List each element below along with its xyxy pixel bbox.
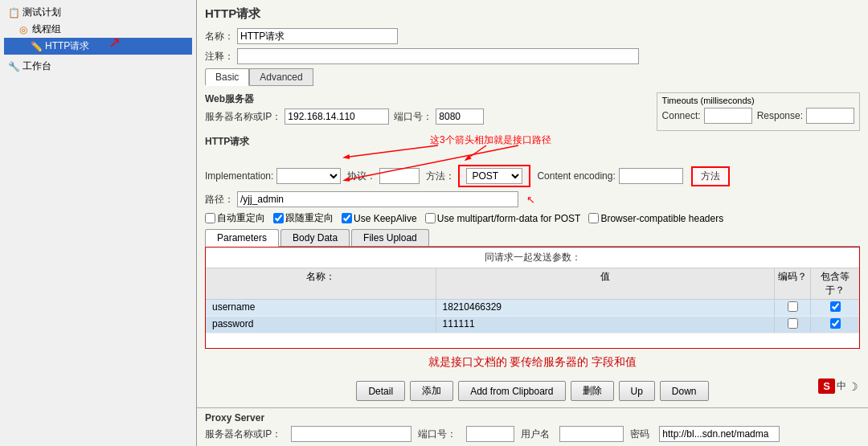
web-server-label: Web服务器 [205,92,650,106]
sidebar-item-thread-group[interactable]: ◎ 线程组 [4,21,192,38]
checkbox-auto-redirect: 自动重定向 [205,211,265,225]
add-clipboard-button[interactable]: Add from Clipboard [458,381,565,401]
up-button[interactable]: Up [619,381,655,401]
proxy-port-label: 端口号： [418,428,457,441]
tab-parameters[interactable]: Parameters [205,229,279,247]
add-button[interactable]: 添加 [410,381,453,401]
tab-files-upload[interactable]: Files Upload [351,229,429,246]
sougou-badge: S 中 ☽ [818,378,858,394]
table-row: username 18210466329 [206,300,859,317]
path-label: 路径： [205,193,234,207]
workbench-icon: 🔧 [7,60,20,73]
method-select[interactable]: POST GET PUT DELETE [466,168,522,184]
sidebar-item-http-request[interactable]: ✏️ HTTP请求 [4,38,192,55]
proxy-server-label: 服务器名称或IP： [205,428,281,441]
path-row: 路径： ↖ [205,191,860,207]
sidebar-item-test-plan[interactable]: 📋 测试计划 [4,4,192,21]
contains-checkbox-2[interactable] [830,318,841,329]
tab-advanced[interactable]: Advanced [249,68,313,86]
browser-headers-checkbox[interactable] [588,213,599,223]
sidebar: 📋 测试计划 ◎ 线程组 ✏️ HTTP请求 🔧 工作台 ↗ [0,0,197,446]
encoding-input[interactable] [619,168,683,184]
name-row: 名称： [205,28,860,44]
main-tabs: Basic Advanced [205,68,860,86]
web-server-area: Web服务器 服务器名称或IP： 端口号： Timeouts (millisec… [205,92,860,131]
checkbox-browser-headers: Browser-compatible headers [588,213,723,224]
sougou-s: S [818,378,835,394]
checkbox-follow-redirect: 跟随重定向 [273,211,334,225]
encode-checkbox-1[interactable] [788,301,798,312]
proxy-username-label: 用户名 [521,428,550,441]
server-row: 服务器名称或IP： 端口号： [205,108,650,125]
params-table: 同请求一起发送参数： 名称： 值 编码？ 包含等于？ username 1821… [205,247,860,349]
port-label: 端口号： [394,110,432,124]
col-encode-header: 编码？ [775,268,811,299]
proxy-server-input[interactable] [291,426,411,442]
impl-select[interactable] [276,168,341,184]
comment-row: 注释： [205,48,860,64]
checkbox-multipart: Use multipart/form-data for POST [425,213,581,224]
connect-label: Connect: [662,110,701,121]
http-request-label: HTTP请求 [205,135,860,149]
http-request-icon: ✏️ [30,40,43,53]
method-box: POST GET PUT DELETE [458,165,530,187]
encode-checkbox-2[interactable] [788,318,798,329]
sougou-moon: ☽ [848,380,858,393]
multipart-checkbox[interactable] [425,213,436,223]
server-input[interactable] [285,108,389,125]
col-contains-header: 包含等于？ [811,268,859,299]
checkbox-keepalive: Use KeepAlive [342,213,417,224]
proxy-username-input[interactable] [559,426,624,442]
comment-input[interactable] [237,48,639,64]
table-row: password 111111 [206,317,859,333]
col-value-header: 值 [436,268,775,299]
col-name-header: 名称： [206,268,436,299]
contains-checkbox-1[interactable] [830,301,841,312]
thread-group-icon: ◎ [17,23,30,36]
name-label: 名称： [205,30,234,43]
method-annotation: 方法 [691,166,730,186]
panel-title: HTTP请求 [205,6,860,22]
http-request-area: HTTP请求 这3个箭头相加就是接口路径 [205,135,860,225]
port-input[interactable] [436,108,484,125]
annotation-text: 就是接口文档的 要传给服务器的 字段和值 [205,349,860,376]
follow-redirect-checkbox[interactable] [273,213,284,223]
params-col-headers: 名称： 值 编码？ 包含等于？ [206,268,859,300]
impl-row: Implementation: 协议： 方法： POST GET PUT DEL… [205,165,860,187]
test-plan-icon: 📋 [7,6,20,19]
auto-redirect-checkbox[interactable] [205,213,215,223]
impl-label: Implementation: [205,170,273,182]
proxy-section: Proxy Server 服务器名称或IP： 端口号： 用户名 密码 [197,407,868,446]
response-input[interactable] [806,108,854,124]
empty-row [206,333,859,348]
timeouts-label: Timeouts (milliseconds) [662,96,854,105]
proxy-password-input[interactable] [659,426,780,442]
proxy-row: 服务器名称或IP： 端口号： 用户名 密码 [205,426,860,442]
timeouts-section: Timeouts (milliseconds) Connect: Respons… [657,92,860,131]
checkboxes-row: 自动重定向 跟随重定向 Use KeepAlive Use multipart/… [205,211,860,225]
main-panel: HTTP请求 名称： 注释： Basic Advanced Web服务器 服务器… [197,0,868,446]
proxy-port-input[interactable] [466,426,514,442]
path-input[interactable] [237,191,518,207]
proxy-label: Proxy Server [205,412,860,423]
web-server-section: Web服务器 服务器名称或IP： 端口号： [205,92,650,129]
down-button[interactable]: Down [660,381,709,401]
name-input[interactable] [237,28,398,44]
protocol-input[interactable] [379,168,420,184]
detail-button[interactable]: Detail [356,381,405,401]
method-label: 方法： [426,170,455,183]
bottom-buttons: Detail 添加 Add from Clipboard 删除 Up Down [205,376,860,406]
delete-button[interactable]: 删除 [571,381,614,401]
tab-body-data[interactable]: Body Data [280,229,350,246]
sidebar-item-workbench[interactable]: 🔧 工作台 [4,58,192,75]
proxy-password-label: 密码 [630,428,649,441]
http-panel: HTTP请求 名称： 注释： Basic Advanced Web服务器 服务器… [197,0,868,407]
params-header: 同请求一起发送参数： [206,248,859,268]
tab-basic[interactable]: Basic [205,68,249,86]
response-label: Response: [757,110,803,121]
comment-label: 注释： [205,50,234,63]
inner-tabs: Parameters Body Data Files Upload [205,229,860,247]
sougou-lang: 中 [837,379,846,393]
connect-input[interactable] [704,108,752,124]
keepalive-checkbox[interactable] [342,213,352,223]
